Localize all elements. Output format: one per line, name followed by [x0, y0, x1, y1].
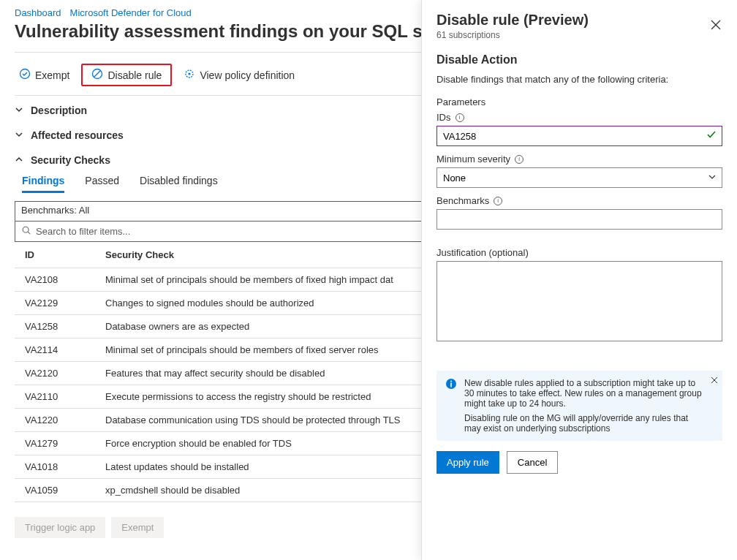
disable-action-title: Disable Action [436, 53, 722, 67]
col-id[interactable]: ID [15, 242, 95, 268]
breadcrumb-defender[interactable]: Microsoft Defender for Cloud [70, 7, 192, 18]
svg-point-10 [450, 381, 452, 382]
trigger-logic-app-button: Trigger logic app [15, 517, 105, 538]
checkmark-icon [706, 129, 717, 143]
ids-label: IDs [436, 112, 451, 123]
tab-findings[interactable]: Findings [22, 175, 64, 193]
search-icon [21, 225, 31, 238]
svg-rect-11 [450, 383, 452, 387]
close-icon [711, 20, 721, 32]
view-policy-button[interactable]: View policy definition [179, 67, 299, 83]
info-text-2: Disabling rule on the MG will apply/over… [464, 413, 702, 434]
search-placeholder: Search to filter items... [36, 226, 130, 237]
exempt-button[interactable]: Exempt [15, 67, 74, 83]
breadcrumb-dashboard[interactable]: Dashboard [15, 7, 61, 18]
ids-input[interactable] [436, 126, 722, 146]
info-icon[interactable]: i [456, 113, 464, 122]
benchmarks-label: Benchmarks [436, 195, 489, 206]
benchmarks-input[interactable] [436, 209, 722, 230]
info-icon[interactable]: i [515, 155, 524, 164]
info-text-1: New disable rules applied to a subscript… [464, 378, 702, 409]
tab-disabled-findings[interactable]: Disabled findings [140, 175, 218, 193]
close-button[interactable] [709, 12, 722, 40]
disable-rule-panel: Disable rule (Preview) 61 subscriptions … [421, 0, 737, 560]
chevron-down-icon [15, 105, 23, 116]
info-banner: New disable rules applied to a subscript… [436, 371, 722, 441]
policy-icon [184, 68, 195, 82]
dismiss-info-button[interactable] [711, 375, 718, 386]
exempt-label: Exempt [35, 69, 69, 81]
panel-subtitle: 61 subscriptions [436, 30, 589, 40]
disable-action-desc: Disable findings that match any of the f… [436, 74, 722, 85]
info-icon[interactable]: i [494, 197, 502, 205]
bottom-actions: Trigger logic app Exempt [15, 517, 164, 538]
panel-title: Disable rule (Preview) [436, 12, 589, 29]
severity-label-row: Minimum severity i [436, 154, 722, 164]
disable-rule-button[interactable]: Disable rule [87, 67, 166, 83]
svg-line-2 [94, 71, 101, 77]
chevron-up-icon [15, 154, 23, 166]
tab-passed[interactable]: Passed [85, 175, 119, 193]
severity-label: Minimum severity [436, 154, 510, 164]
justification-textarea[interactable] [436, 261, 722, 341]
parameters-label: Parameters [436, 97, 722, 107]
close-icon [711, 375, 718, 386]
disable-rule-label: Disable rule [107, 69, 162, 81]
svg-point-0 [20, 69, 30, 79]
info-icon [445, 378, 457, 434]
exempt-bottom-button: Exempt [111, 517, 164, 538]
justification-label: Justification (optional) [436, 247, 722, 258]
chevron-down-icon [15, 129, 23, 141]
svg-point-5 [23, 227, 29, 232]
severity-select[interactable]: None [436, 167, 722, 188]
benchmarks-label-row: Benchmarks i [436, 195, 722, 206]
svg-point-4 [189, 72, 191, 75]
exempt-icon [19, 68, 31, 82]
view-policy-label: View policy definition [200, 69, 295, 81]
cancel-button[interactable]: Cancel [507, 451, 558, 474]
apply-rule-button[interactable]: Apply rule [436, 451, 499, 474]
disable-rule-highlight: Disable rule [81, 64, 172, 86]
prohibit-icon [91, 68, 103, 82]
svg-line-6 [28, 232, 30, 234]
ids-label-row: IDs i [436, 112, 722, 123]
